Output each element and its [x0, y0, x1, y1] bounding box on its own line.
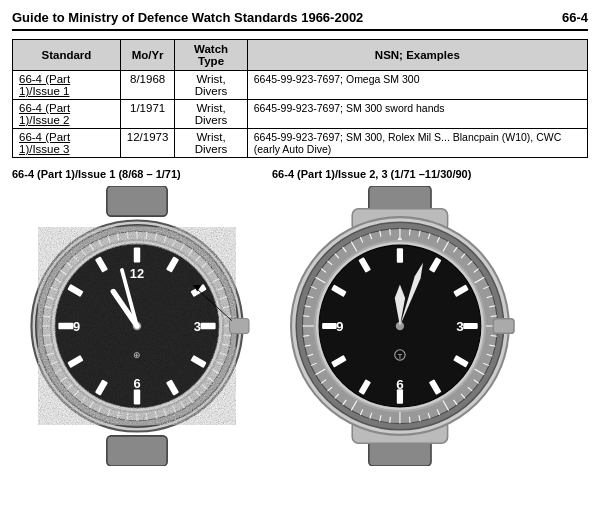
standard-cell: 66-4 (Part 1)/Issue 2 — [13, 100, 121, 129]
svg-text:9: 9 — [73, 319, 80, 334]
col-standard: Standard — [13, 40, 121, 71]
svg-rect-181 — [463, 323, 478, 329]
svg-line-138 — [390, 417, 391, 423]
svg-rect-0 — [107, 186, 167, 216]
svg-rect-1 — [107, 436, 167, 466]
svg-line-108 — [409, 229, 410, 235]
standard-cell: 66-4 (Part 1)/Issue 1 — [13, 71, 121, 100]
svg-text:9: 9 — [336, 319, 344, 334]
page-number: 66-4 — [562, 10, 588, 25]
svg-line-123 — [491, 336, 497, 337]
watch-image-1: 0 5 10 15 20 30 40 50 — [12, 186, 262, 466]
svg-line-64 — [127, 232, 128, 241]
svg-rect-83 — [134, 390, 140, 405]
watch-label-1: 66-4 (Part 1)/Issue 1 (8/68 – 1/71) — [12, 168, 181, 180]
svg-text:12: 12 — [130, 266, 144, 281]
page: Guide to Ministry of Defence Watch Stand… — [0, 0, 600, 508]
col-nsn: NSN; Examples — [247, 40, 587, 71]
moyr-cell: 12/1973 — [120, 129, 175, 158]
standards-table: Standard Mo/Yr Watch Type NSN; Examples … — [12, 39, 588, 158]
svg-line-36 — [127, 412, 128, 421]
svg-text:⊕: ⊕ — [133, 350, 141, 360]
moyr-cell: 1/1971 — [120, 100, 175, 129]
svg-line-121 — [491, 316, 497, 317]
table-row: 66-4 (Part 1)/Issue 18/1968Wrist, Divers… — [13, 71, 588, 100]
watchtype-cell: Wrist, Divers — [175, 100, 247, 129]
moyr-cell: 8/1968 — [120, 71, 175, 100]
svg-text:3: 3 — [456, 319, 464, 334]
svg-rect-187 — [322, 323, 337, 329]
svg-line-49 — [43, 335, 52, 336]
nsn-cell: 6645-99-923-7697; SM 300 sword hands — [247, 100, 587, 129]
svg-rect-77 — [134, 247, 140, 262]
svg-line-166 — [390, 229, 391, 235]
col-moyr: Mo/Yr — [120, 40, 175, 71]
page-header: Guide to Ministry of Defence Watch Stand… — [12, 10, 588, 31]
svg-line-21 — [223, 335, 232, 336]
table-row: 66-4 (Part 1)/Issue 312/1973Wrist, Diver… — [13, 129, 588, 158]
col-watchtype: Watch Type — [175, 40, 247, 71]
svg-line-34 — [146, 412, 147, 421]
svg-rect-86 — [58, 323, 73, 329]
svg-rect-198 — [493, 319, 514, 334]
watch-column-2: 66-4 (Part 1)/Issue 2, 3 (1/71 –11/30/90… — [272, 168, 532, 466]
watch-images-section: 66-4 (Part 1)/Issue 1 (8/68 – 1/71) — [12, 168, 588, 466]
watchtype-cell: Wrist, Divers — [175, 71, 247, 100]
svg-line-136 — [409, 417, 410, 423]
page-title: Guide to Ministry of Defence Watch Stand… — [12, 10, 363, 25]
watch-label-2: 66-4 (Part 1)/Issue 2, 3 (1/71 –11/30/90… — [272, 168, 471, 180]
table-row: 66-4 (Part 1)/Issue 21/1971Wrist, Divers… — [13, 100, 588, 129]
nsn-cell: 6645-99-923-7697; SM 300, Rolex Mil S...… — [247, 129, 587, 158]
watchtype-cell: Wrist, Divers — [175, 129, 247, 158]
svg-text:3: 3 — [194, 319, 201, 334]
svg-text:6: 6 — [133, 376, 140, 391]
svg-text:T: T — [398, 352, 403, 361]
watch-svg-2: 0 5 10 15 20 25 30 40 50 — [272, 186, 532, 466]
svg-line-153 — [303, 316, 309, 317]
standard-cell: 66-4 (Part 1)/Issue 3 — [13, 129, 121, 158]
svg-rect-97 — [230, 318, 249, 333]
svg-line-51 — [43, 316, 52, 317]
nsn-cell: 6645-99-923-7697; Omega SM 300 — [247, 71, 587, 100]
svg-rect-178 — [397, 248, 403, 263]
svg-line-151 — [303, 336, 309, 337]
svg-rect-80 — [201, 323, 216, 329]
watch-image-2: 0 5 10 15 20 25 30 40 50 — [272, 186, 532, 466]
svg-text:6: 6 — [396, 377, 404, 392]
watch-svg-1: 0 5 10 15 20 30 40 50 — [12, 186, 262, 466]
svg-line-6 — [146, 232, 147, 241]
watch-column-1: 66-4 (Part 1)/Issue 1 (8/68 – 1/71) — [12, 168, 262, 466]
